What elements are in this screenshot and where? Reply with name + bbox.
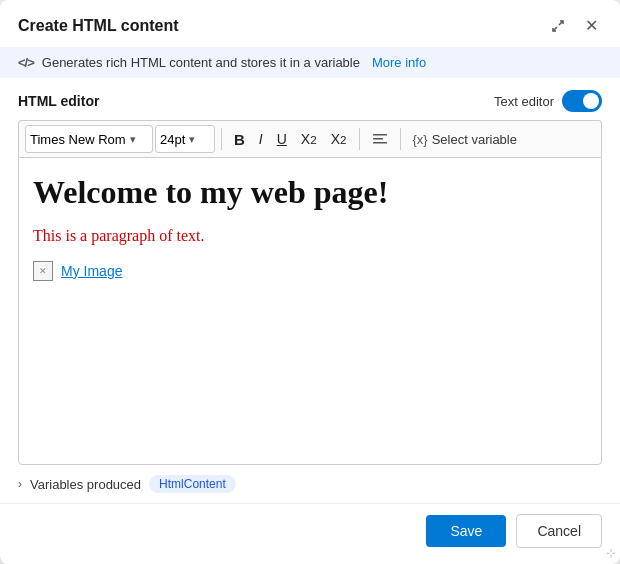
editor-content[interactable]: Welcome to my web page! This is a paragr… (18, 157, 602, 465)
align-button[interactable] (366, 125, 394, 153)
subscript-button[interactable]: X2 (295, 125, 323, 153)
text-editor-toggle-switch[interactable] (562, 90, 602, 112)
underline-button[interactable]: U (271, 125, 293, 153)
svg-rect-3 (373, 138, 383, 140)
expand-icon[interactable] (547, 17, 569, 35)
toolbar-divider-2 (359, 128, 360, 150)
code-icon: </> (18, 55, 34, 70)
create-html-dialog: Create HTML content ✕ </> Generates rich… (0, 0, 620, 564)
header-icons: ✕ (547, 14, 602, 37)
content-paragraph: This is a paragraph of text. (33, 227, 587, 245)
svg-rect-2 (373, 134, 387, 136)
image-label: My Image (61, 263, 122, 279)
text-editor-label: Text editor (494, 94, 554, 109)
html-editor-label: HTML editor (18, 93, 99, 109)
text-editor-toggle: Text editor (494, 90, 602, 112)
editor-label-row: HTML editor Text editor (18, 90, 602, 112)
toolbar-divider-1 (221, 128, 222, 150)
font-name-chevron: ▾ (130, 133, 136, 146)
editor-toolbar: Times New Rom ▾ 24pt ▾ B I U X2 X2 (18, 120, 602, 157)
font-size-select[interactable]: 24pt ▾ (155, 125, 215, 153)
font-name-select[interactable]: Times New Rom ▾ (25, 125, 153, 153)
bold-button[interactable]: B (228, 125, 251, 153)
close-button[interactable]: ✕ (581, 14, 602, 37)
superscript-button[interactable]: X2 (325, 125, 353, 153)
editor-section: HTML editor Text editor Times New Rom ▾ … (0, 78, 620, 465)
dialog-title: Create HTML content (18, 17, 179, 35)
variables-section: › Variables produced HtmlContent (0, 465, 620, 503)
more-info-link[interactable]: More info (372, 55, 426, 70)
variables-chevron-icon[interactable]: › (18, 477, 22, 491)
save-button[interactable]: Save (426, 515, 506, 547)
svg-rect-4 (373, 142, 387, 144)
curly-braces-icon: {x} (413, 132, 428, 147)
html-content-badge: HtmlContent (149, 475, 236, 493)
info-bar: </> Generates rich HTML content and stor… (0, 47, 620, 78)
select-variable-button[interactable]: {x} Select variable (407, 130, 523, 149)
select-variable-label: Select variable (432, 132, 517, 147)
font-size-chevron: ▾ (189, 133, 195, 146)
image-placeholder-icon (33, 261, 53, 281)
info-text: Generates rich HTML content and stores i… (42, 55, 360, 70)
variables-label: Variables produced (30, 477, 141, 492)
dialog-header: Create HTML content ✕ (0, 0, 620, 47)
content-heading: Welcome to my web page! (33, 174, 587, 211)
content-image-row: My Image (33, 261, 587, 281)
toolbar-divider-3 (400, 128, 401, 150)
cancel-button[interactable]: Cancel (516, 514, 602, 548)
font-size-value: 24pt (160, 132, 185, 147)
italic-button[interactable]: I (253, 125, 269, 153)
font-name-value: Times New Rom (30, 132, 126, 147)
dialog-footer: Save Cancel (0, 503, 620, 564)
resize-handle-icon: ⊹ (606, 546, 616, 560)
